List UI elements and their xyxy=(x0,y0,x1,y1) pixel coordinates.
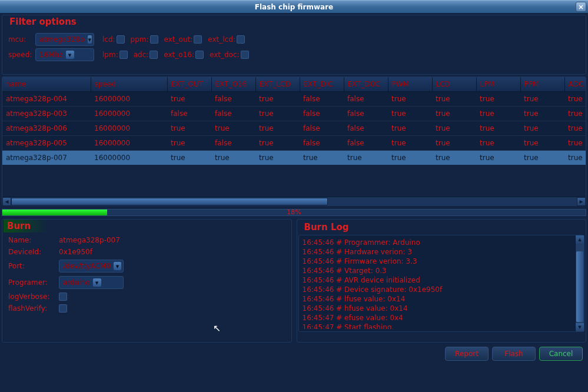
scroll-up-icon[interactable]: ▴ xyxy=(576,235,584,244)
log-frame: Burn Log 16:45:46 # Programmer: Arduino1… xyxy=(297,219,587,343)
speed-label: speed: xyxy=(7,51,33,59)
scroll-right-icon[interactable]: ▸ xyxy=(577,197,586,206)
speed-select[interactable]: 16Mhz ▾ xyxy=(35,48,94,61)
table-cell: true xyxy=(344,151,388,165)
port-value: /dev/ttyACM0 xyxy=(63,262,111,270)
log-scroll-thumb[interactable] xyxy=(576,251,583,322)
close-button[interactable]: × xyxy=(576,2,586,12)
mcu-select[interactable]: atmega328p ▾ xyxy=(35,33,94,46)
table-header[interactable]: LPM xyxy=(476,77,520,92)
flash-button[interactable]: Flash xyxy=(492,347,536,361)
burn-prog-label: Programer: xyxy=(8,278,55,287)
table-cell: true xyxy=(564,151,586,165)
log-line: 16:45:46 # Hardware verion: 3 xyxy=(303,247,574,257)
filter-checkbox[interactable] xyxy=(117,35,125,44)
port-select[interactable]: /dev/ttyACM0▾ xyxy=(59,260,124,273)
chevron-down-icon: ▾ xyxy=(87,35,92,44)
progress-label: 18% xyxy=(2,208,586,216)
window-title: Flash chip firmware xyxy=(0,3,588,11)
filter-checkbox[interactable] xyxy=(195,51,204,59)
table-header[interactable]: EXT_OUT xyxy=(167,77,211,92)
table-cell: true xyxy=(388,136,432,151)
logverbose-checkbox[interactable] xyxy=(59,293,67,301)
filter-checkbox[interactable] xyxy=(241,51,249,59)
chevron-down-icon: ▾ xyxy=(113,261,122,271)
bottom-row: Burn Name:atmega328p-007 DeviceId:0x1e95… xyxy=(2,219,586,343)
scroll-thumb[interactable] xyxy=(11,198,328,205)
filter-check-label: adc: xyxy=(132,51,149,59)
report-button[interactable]: Report xyxy=(445,347,489,361)
footer: Report Flash Cancel xyxy=(2,344,586,364)
titlebar: Flash chip firmware × xyxy=(0,0,588,13)
table-header[interactable]: PWM xyxy=(388,77,432,92)
table-header[interactable]: EXT_DOC xyxy=(344,77,388,92)
table-header[interactable]: speed xyxy=(91,77,167,92)
table-cell: true xyxy=(167,92,211,107)
filter-checkbox[interactable] xyxy=(119,51,128,59)
filter-checkbox[interactable] xyxy=(237,35,245,44)
burn-name-value: atmega328p-007 xyxy=(59,236,120,244)
table-header[interactable]: name xyxy=(2,77,91,92)
log-line: 16:45:46 # hfuse value: 0x14 xyxy=(303,304,574,313)
table-row[interactable]: atmega328p-00416000000truefalsetruefalse… xyxy=(2,92,586,107)
table-row[interactable]: atmega328p-00516000000truefalsetruefalse… xyxy=(2,136,586,151)
log-line: 16:45:47 # Start flashing. xyxy=(303,323,574,329)
burn-name-label: Name: xyxy=(8,236,55,244)
burn-logverbose-label: logVerbose: xyxy=(8,293,55,301)
table-cell: true xyxy=(167,121,211,136)
scroll-track[interactable] xyxy=(11,197,577,206)
table-cell: true xyxy=(476,107,520,121)
log-scrollbar[interactable]: ▴ ▾ xyxy=(575,235,584,331)
table-scrollbar[interactable]: ◂ ▸ xyxy=(2,197,586,205)
burn-device-label: DeviceId: xyxy=(8,248,55,256)
scroll-down-icon[interactable]: ▾ xyxy=(576,323,584,331)
mcu-value: atmega328p xyxy=(39,35,85,44)
table-header[interactable]: EXT_LCD xyxy=(255,77,300,92)
table-cell: true xyxy=(432,151,476,165)
log-line: 16:45:46 # Firmware verion: 3.3 xyxy=(303,257,574,266)
firmware-table-inner: namespeedEXT_OUTEXT_O16EXT_LCDEXT_DICEXT… xyxy=(2,77,586,165)
log-body: 16:45:46 # Programmer: Arduino16:45:46 #… xyxy=(298,235,585,332)
table-header[interactable]: EXT_DIC xyxy=(300,77,344,92)
table-row[interactable]: atmega328p-00716000000truetruetruetruetr… xyxy=(2,151,586,165)
table-header[interactable]: ADC xyxy=(564,77,586,92)
log-title: Burn Log xyxy=(302,222,351,232)
table-cell: true xyxy=(432,107,476,121)
filter-checkbox[interactable] xyxy=(150,51,158,59)
filter-checkbox[interactable] xyxy=(194,35,202,44)
filter-check-label: ext_o16: xyxy=(162,51,194,59)
table-cell: false xyxy=(300,121,344,136)
table-cell: true xyxy=(388,107,432,121)
table-cell: 16000000 xyxy=(91,121,167,136)
mcu-label: mcu: xyxy=(7,35,33,44)
table-cell: true xyxy=(564,121,586,136)
scroll-left-icon[interactable]: ◂ xyxy=(2,197,11,206)
filter-body: mcu: atmega328p ▾ lcd:ppm:ext_out:ext_lc… xyxy=(4,16,584,65)
filter-checkbox[interactable] xyxy=(150,35,158,44)
table-cell: true xyxy=(476,151,520,165)
log-line: 16:45:46 # Device signature: 0x1e950f xyxy=(303,285,574,294)
programmer-select[interactable]: arduino▾ xyxy=(59,276,124,289)
table-header[interactable]: PPM xyxy=(520,77,564,92)
programmer-value: arduino xyxy=(63,278,90,287)
table-cell: atmega328p-005 xyxy=(2,136,91,151)
close-icon: × xyxy=(576,3,586,11)
chevron-down-icon: ▾ xyxy=(65,50,75,59)
table-row[interactable]: atmega328p-00616000000truetruetruefalsef… xyxy=(2,121,586,136)
flashverify-checkbox[interactable] xyxy=(59,304,67,313)
filter-check-label: lcd: xyxy=(101,35,115,44)
burn-flashverify-label: flashVerify: xyxy=(8,304,55,313)
table-row[interactable]: atmega328p-00316000000falsefalsetruefals… xyxy=(2,107,586,121)
table-cell: atmega328p-004 xyxy=(2,92,91,107)
filter-check-label: ext_doc: xyxy=(208,51,240,59)
chevron-down-icon: ▾ xyxy=(92,278,102,287)
table-cell: true xyxy=(520,151,564,165)
table-header[interactable]: EXT_O16 xyxy=(211,77,255,92)
table-cell: false xyxy=(211,107,255,121)
table-cell: false xyxy=(211,136,255,151)
table-cell: true xyxy=(255,121,300,136)
table-header[interactable]: LCD xyxy=(432,77,476,92)
cancel-button[interactable]: Cancel xyxy=(539,347,583,361)
table-cell: false xyxy=(211,92,255,107)
table-cell: true xyxy=(520,121,564,136)
